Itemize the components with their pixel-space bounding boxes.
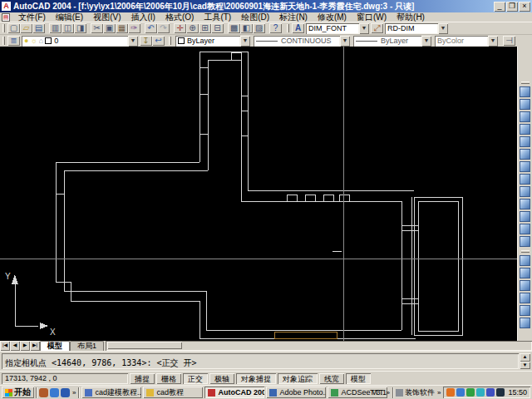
menu-item[interactable]: 窗口(W) xyxy=(352,12,392,23)
color-combo[interactable]: ByLayer ▼ xyxy=(175,36,250,47)
command-scrollbar[interactable]: ▲ ▼ xyxy=(520,353,530,369)
task-button[interactable]: AutoCAD 200... xyxy=(204,387,264,398)
shade-toolbar-icon[interactable] xyxy=(520,280,530,291)
view-toolbar-icon[interactable] xyxy=(520,136,530,147)
lineweight-combo[interactable]: ByLayer ▼ xyxy=(353,36,431,47)
task-button[interactable]: Adobe Photo... xyxy=(266,387,326,398)
tray-icon[interactable] xyxy=(496,388,505,397)
toolbar-button[interactable]: ▣ xyxy=(103,23,116,33)
horizontal-scrollbar[interactable] xyxy=(106,341,532,351)
toolbar-button[interactable]: ✛ xyxy=(174,23,186,33)
task-button[interactable]: cad建模教程... xyxy=(81,387,141,398)
chevron-down-icon[interactable]: ▼ xyxy=(240,36,250,47)
menu-item[interactable]: 插入(I) xyxy=(126,12,160,23)
scroll-down-icon[interactable]: ▼ xyxy=(520,362,530,370)
toolbar-button[interactable]: ↷ xyxy=(157,23,170,33)
view-toolbar-icon[interactable] xyxy=(520,149,530,160)
chevron-more-icon[interactable]: » xyxy=(71,389,76,397)
menu-item[interactable]: 标注(N) xyxy=(274,12,313,23)
toolbar-grip[interactable] xyxy=(287,24,289,32)
toolbar-button[interactable]: ▥ xyxy=(49,23,62,33)
layer-lock-icon[interactable]: ⌂ xyxy=(39,37,43,45)
menu-item[interactable]: 帮助(H) xyxy=(392,12,430,23)
layer-combo[interactable]: ● ☼ ⌂ 0 ▼ xyxy=(22,36,138,47)
toolbar-button[interactable]: ↶ xyxy=(145,23,157,33)
shade-toolbar-icon[interactable] xyxy=(520,318,530,328)
toolbar-button[interactable]: ▨ xyxy=(253,23,265,33)
menu-item[interactable]: 修改(M) xyxy=(313,12,352,23)
toolbar-button[interactable]: ⊞ xyxy=(199,23,211,33)
toolbar-button[interactable]: ? xyxy=(269,23,282,33)
view-toolbar-icon[interactable] xyxy=(520,186,530,197)
menu-item[interactable]: 格式(O) xyxy=(160,12,199,23)
minimize-button[interactable]: _ xyxy=(494,2,505,12)
chevron-more-icon[interactable]: » xyxy=(436,389,441,397)
quick-launch-icon[interactable] xyxy=(50,388,59,397)
document-icon[interactable]: ▤ xyxy=(2,13,10,22)
status-toggle-button[interactable]: 模型 xyxy=(346,373,371,384)
toolbar-button[interactable]: ⊕ xyxy=(186,23,199,33)
toolbar-button[interactable]: ✑ xyxy=(128,23,140,33)
view-toolbar-icon[interactable] xyxy=(520,99,530,110)
toolbar-button[interactable]: ▤ xyxy=(32,23,45,33)
scrollbar-thumb[interactable] xyxy=(107,342,182,349)
chevron-more-icon[interactable]: » xyxy=(386,389,391,397)
shade-toolbar-icon[interactable] xyxy=(520,255,530,266)
chevron-down-icon[interactable]: ▼ xyxy=(488,36,498,47)
menu-item[interactable]: 编辑(E) xyxy=(51,12,88,23)
status-toggle-button[interactable]: 正交 xyxy=(183,373,208,384)
command-prompt[interactable]: 指定相机点 <14640, 9786, 1334>: <正交 开> xyxy=(2,353,519,369)
desk-band-2[interactable]: 装饰软件» xyxy=(396,387,441,398)
toolbar-button[interactable]: ✂ xyxy=(91,23,103,33)
tab-nav-prev[interactable]: ◀ xyxy=(10,341,20,351)
layer-freeze-icon[interactable]: ☼ xyxy=(30,37,37,45)
toolbar-button[interactable]: ▢ xyxy=(7,23,20,33)
text-style-combo[interactable]: DIM_FONT ▼ xyxy=(306,23,369,34)
status-toggle-button[interactable]: 对象捕捉 xyxy=(236,373,276,384)
linetype-combo[interactable]: CONTINUOUS ▼ xyxy=(254,36,350,47)
view-toolbar-icon[interactable] xyxy=(520,124,530,135)
status-toggle-button[interactable]: 栅格 xyxy=(156,373,181,384)
view-toolbar-icon[interactable] xyxy=(520,111,530,122)
toolbar-button[interactable]: ◫ xyxy=(62,23,74,33)
tab-nav-next[interactable]: ▶ xyxy=(20,341,30,351)
close-button[interactable]: × xyxy=(519,2,530,12)
menu-item[interactable]: 文件(F) xyxy=(13,12,51,23)
toolbar-grip[interactable] xyxy=(521,81,530,84)
tray-icon[interactable] xyxy=(486,388,495,397)
toolbar-button[interactable]: ▦ xyxy=(116,23,128,33)
chevron-down-icon[interactable]: ▼ xyxy=(340,36,350,47)
layer-bulb-icon[interactable]: ● xyxy=(24,37,28,45)
tray-icon[interactable] xyxy=(476,388,485,397)
drawing-area[interactable]: Y X xyxy=(0,47,532,341)
toolbar-button[interactable]: ⊟ xyxy=(211,23,224,33)
model-space-canvas[interactable]: Y X xyxy=(0,47,517,341)
layer-manager-button[interactable]: ≣ xyxy=(7,36,20,46)
tab-layout1[interactable]: 布局1 xyxy=(70,341,104,351)
toolbar-button[interactable]: ◧ xyxy=(240,23,253,33)
dim-style-combo[interactable]: RD-DIM ▼ xyxy=(385,23,448,34)
tray-icon[interactable] xyxy=(456,388,465,397)
desk-band-1[interactable]: TTT» xyxy=(370,388,391,397)
tab-nav-first[interactable]: |◀ xyxy=(0,341,10,351)
menu-item[interactable]: 绘图(D) xyxy=(236,12,274,23)
scroll-up-icon[interactable]: ▲ xyxy=(520,353,530,362)
quick-launch-icon[interactable] xyxy=(61,388,70,397)
restore-button[interactable]: ❐ xyxy=(506,2,518,12)
status-toggle-button[interactable]: 捕捉 xyxy=(130,373,155,384)
dim-toolbar-edge-icon[interactable]: ⊣ xyxy=(503,36,515,46)
chevron-down-icon[interactable]: ▼ xyxy=(438,23,448,34)
view-toolbar-icon[interactable] xyxy=(520,86,530,97)
shade-toolbar-icon[interactable] xyxy=(520,268,530,278)
view-toolbar-icon[interactable] xyxy=(520,174,530,185)
toolbar-grip[interactable] xyxy=(169,37,171,45)
tab-nav-last[interactable]: ▶| xyxy=(30,341,40,351)
tray-icon[interactable] xyxy=(446,388,455,397)
shade-toolbar-icon[interactable] xyxy=(520,293,530,303)
menu-item[interactable]: 视图(V) xyxy=(88,12,126,23)
plot-style-combo[interactable]: ByColor ▼ xyxy=(435,36,498,47)
toolbar-button[interactable]: ◨ xyxy=(74,23,86,33)
menu-item[interactable]: 工具(T) xyxy=(199,12,236,23)
chevron-down-icon[interactable]: ▼ xyxy=(128,36,138,47)
toolbar-button[interactable]: ▩ xyxy=(228,23,240,33)
